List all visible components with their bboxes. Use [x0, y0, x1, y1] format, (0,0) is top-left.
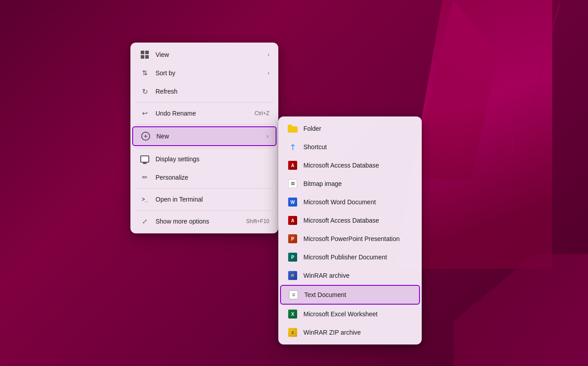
- context-menu: View › ⇅ Sort by › ↻ Refresh ↩ Undo Rena…: [130, 43, 278, 233]
- access-icon-1: A: [287, 160, 298, 171]
- folder-label: Folder: [303, 125, 413, 132]
- divider-3: [136, 148, 273, 148]
- display-settings-label: Display settings: [156, 155, 269, 163]
- bitmap-icon: 🖼: [287, 178, 298, 189]
- refresh-icon: ↻: [139, 86, 150, 97]
- view-arrow: ›: [268, 52, 269, 58]
- submenu-item-shortcut[interactable]: ↗ Shortcut: [280, 138, 420, 156]
- folder-icon: [287, 123, 298, 134]
- new-label: New: [156, 133, 263, 140]
- menu-item-refresh[interactable]: ↻ Refresh: [132, 82, 277, 100]
- submenu-item-folder[interactable]: Folder: [280, 120, 420, 138]
- winrar-icon: R: [287, 270, 298, 281]
- show-more-shortcut: Shift+F10: [246, 218, 269, 224]
- submenu-item-powerpoint[interactable]: P Microsoft PowerPoint Presentation: [280, 230, 420, 248]
- powerpoint-label: Microsoft PowerPoint Presentation: [303, 235, 413, 242]
- grid-icon: [139, 49, 150, 60]
- personalize-label: Personalize: [156, 174, 269, 181]
- word-icon: W: [287, 197, 298, 207]
- ppt-icon: P: [287, 233, 298, 244]
- menu-item-show-more[interactable]: ⤢ Show more options Shift+F10: [132, 212, 277, 230]
- refresh-label: Refresh: [156, 88, 269, 95]
- submenu-item-bitmap[interactable]: 🖼 Bitmap image: [280, 175, 420, 193]
- new-arrow: ›: [267, 133, 268, 139]
- show-more-label: Show more options: [156, 218, 242, 225]
- submenu-item-access-db1[interactable]: A Microsoft Access Database: [280, 156, 420, 174]
- access-db2-label: Microsoft Access Database: [303, 217, 413, 224]
- submenu-item-excel[interactable]: X Microsoft Excel Worksheet: [280, 305, 420, 323]
- undo-rename-label: Undo Rename: [156, 110, 251, 117]
- submenu-item-publisher[interactable]: P Microsoft Publisher Document: [280, 248, 420, 266]
- sort-by-label: Sort by: [156, 69, 264, 77]
- winrar-label: WinRAR archive: [303, 272, 413, 279]
- open-terminal-label: Open in Terminal: [156, 196, 269, 203]
- undo-icon: ↩: [139, 108, 150, 119]
- submenu-item-access-db2[interactable]: A Microsoft Access Database: [280, 211, 420, 229]
- access-db1-label: Microsoft Access Database: [303, 162, 413, 169]
- submenu-item-word[interactable]: W Microsoft Word Document: [280, 193, 420, 211]
- submenu-item-winrar[interactable]: R WinRAR archive: [280, 267, 420, 284]
- expand-icon: ⤢: [139, 216, 150, 227]
- txtdoc-icon: [288, 289, 299, 300]
- shortcut-label: Shortcut: [303, 143, 413, 151]
- menu-item-undo-rename[interactable]: ↩ Undo Rename Ctrl+Z: [132, 104, 277, 122]
- pen-icon: ✏: [139, 172, 150, 183]
- text-doc-label: Text Document: [304, 291, 412, 298]
- publisher-label: Microsoft Publisher Document: [303, 254, 413, 261]
- divider-5: [136, 210, 273, 211]
- menu-item-open-terminal[interactable]: >_ Open in Terminal: [132, 190, 277, 208]
- context-menu-wrapper: View › ⇅ Sort by › ↻ Refresh ↩ Undo Rena…: [130, 43, 278, 233]
- menu-item-personalize[interactable]: ✏ Personalize: [132, 168, 277, 186]
- divider-1: [136, 102, 273, 103]
- menu-item-display-settings[interactable]: Display settings: [132, 150, 277, 168]
- excel-icon: X: [287, 309, 298, 319]
- view-label: View: [156, 51, 264, 58]
- terminal-icon: >_: [139, 194, 150, 205]
- divider-4: [136, 188, 273, 189]
- menu-item-sort-by[interactable]: ⇅ Sort by ›: [132, 64, 277, 82]
- undo-rename-shortcut: Ctrl+Z: [255, 110, 269, 116]
- word-label: Microsoft Word Document: [303, 198, 413, 206]
- submenu-new: Folder ↗ Shortcut A Microsoft Access Dat…: [278, 116, 422, 344]
- divider-2: [136, 124, 273, 125]
- display-icon: [139, 154, 150, 164]
- access-icon-2: A: [287, 215, 298, 226]
- menu-item-new[interactable]: + New ›: [132, 126, 277, 146]
- shortcut-icon: ↗: [287, 142, 298, 152]
- sort-icon: ⇅: [139, 68, 150, 78]
- menu-item-view[interactable]: View ›: [132, 46, 277, 64]
- bitmap-label: Bitmap image: [303, 180, 413, 187]
- sort-arrow: ›: [268, 70, 269, 76]
- winrar-zip-label: WinRAR ZIP archive: [303, 329, 413, 336]
- pub-icon: P: [287, 252, 298, 263]
- submenu-item-text-doc[interactable]: Text Document: [280, 285, 420, 305]
- submenu-item-winrar-zip[interactable]: Z WinRAR ZIP archive: [280, 323, 420, 341]
- excel-label: Microsoft Excel Worksheet: [303, 310, 413, 318]
- plus-circle-icon: +: [140, 131, 151, 142]
- winrarzip-icon: Z: [287, 327, 298, 338]
